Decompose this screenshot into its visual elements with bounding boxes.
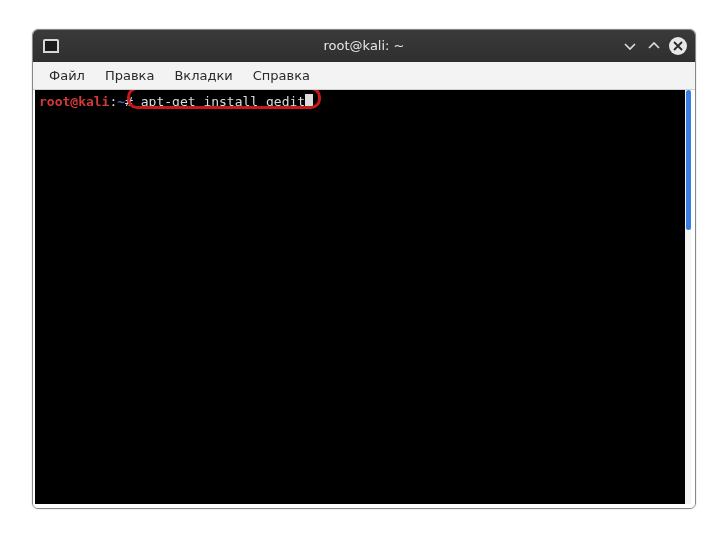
close-icon	[673, 41, 683, 51]
command-text: apt-get install gedit	[141, 94, 305, 109]
terminal-wrapper: root@kali:~# apt-get install gedit	[33, 90, 695, 508]
menu-edit[interactable]: Правка	[95, 64, 164, 87]
scrollbar-thumb[interactable]	[686, 90, 691, 230]
prompt-symbol: #	[125, 94, 133, 109]
maximize-button[interactable]	[645, 37, 663, 55]
menu-file[interactable]: Файл	[39, 64, 95, 87]
scrollbar[interactable]	[685, 90, 691, 504]
cursor	[305, 94, 313, 108]
titlebar: root@kali: ~	[33, 30, 695, 62]
terminal-area[interactable]: root@kali:~# apt-get install gedit	[35, 90, 685, 504]
minimize-button[interactable]	[621, 37, 639, 55]
terminal-window: root@kali: ~ Файл Правка Вкладки Справка…	[32, 29, 696, 509]
window-controls	[621, 37, 695, 55]
terminal-app-icon	[43, 39, 59, 53]
close-button[interactable]	[669, 37, 687, 55]
window-title: root@kali: ~	[33, 38, 695, 53]
prompt-path: ~	[117, 94, 125, 109]
menu-tabs[interactable]: Вкладки	[164, 64, 242, 87]
prompt-user-host: root@kali	[39, 94, 109, 109]
menubar: Файл Правка Вкладки Справка	[33, 62, 695, 90]
chevron-up-icon	[647, 39, 661, 53]
menu-help[interactable]: Справка	[243, 64, 320, 87]
chevron-down-icon	[623, 39, 637, 53]
